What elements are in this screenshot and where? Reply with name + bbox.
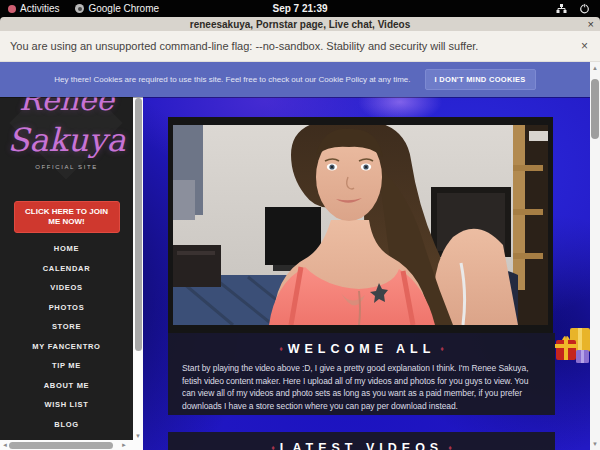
sidebar-vertical-scrollbar[interactable]: ▼ <box>133 97 143 450</box>
webcam-video-frame <box>173 125 548 325</box>
activities-label: Activities <box>20 3 59 14</box>
site-tagline: OFFICIAL SITE <box>0 164 133 170</box>
site-logo-line2: Sakuya <box>0 121 133 159</box>
sidebar-item-home[interactable]: HOME <box>0 239 133 259</box>
activities-button[interactable]: Activities <box>0 0 67 17</box>
welcome-text: Start by playing the video above :D, I g… <box>182 362 541 412</box>
cookie-notice-bar: Hey there! Cookies are required to use t… <box>0 62 590 97</box>
sidebar-item-store[interactable]: STORE <box>0 317 133 337</box>
welcome-title: WELCOME ALL <box>288 342 436 356</box>
gifts-icon <box>554 326 592 372</box>
window-title: reneesakuya, Pornstar page, Live chat, V… <box>0 19 600 30</box>
gnome-top-bar: Activities Google Chrome Sep 7 21:39 <box>0 0 600 17</box>
cookie-message: Hey there! Cookies are required to use t… <box>54 75 410 84</box>
scroll-up-arrow-icon[interactable]: ▲ <box>590 65 600 71</box>
diamond-icon: ♦ <box>443 444 457 450</box>
sidebar-item-videos[interactable]: VIDEOS <box>0 278 133 298</box>
chrome-title-bar: reneesakuya, Pornstar page, Live chat, V… <box>0 17 600 31</box>
infobar-close-icon[interactable]: × <box>581 39 588 53</box>
latest-videos-section: ♦LATEST VIDEOS♦ <box>168 432 555 450</box>
power-icon[interactable] <box>579 3 590 14</box>
join-now-button[interactable]: CLICK HERE TO JOIN ME NOW! <box>14 201 120 233</box>
sidebar-item-my-fancentro[interactable]: MY FANCENTRO <box>0 337 133 357</box>
scroll-down-arrow-icon[interactable]: ▼ <box>133 433 143 439</box>
sidebar-item-calendar[interactable]: CALENDAR <box>0 259 133 279</box>
gift-tip-widget[interactable] <box>554 326 592 372</box>
scroll-down-arrow-icon[interactable]: ▼ <box>590 441 600 447</box>
scroll-left-arrow-icon[interactable]: ◄ <box>2 442 8 448</box>
cookie-accept-button[interactable]: I DON'T MIND COOKIES <box>425 69 536 90</box>
page-scroll-thumb[interactable] <box>591 79 599 139</box>
diamond-icon: ♦ <box>435 345 449 352</box>
browser-viewport: Hey there! Cookies are required to use t… <box>0 62 600 450</box>
welcome-heading: ♦WELCOME ALL♦ <box>168 333 555 356</box>
window-close-icon[interactable]: × <box>588 17 594 31</box>
network-icon[interactable] <box>556 3 567 14</box>
sidebar-horizontal-scrollbar[interactable]: ◄ ► <box>0 440 143 450</box>
sidebar: Renee Sakuya OFFICIAL SITE CLICK HERE TO… <box>0 97 133 440</box>
sidebar-item-wish-list[interactable]: WISH LIST <box>0 395 133 415</box>
sidebar-item-tip-me[interactable]: TIP ME <box>0 356 133 376</box>
latest-videos-title: LATEST VIDEOS <box>280 441 443 450</box>
site-logo-line1: Renee <box>0 97 133 116</box>
diamond-icon: ♦ <box>274 345 288 352</box>
scroll-right-arrow-icon[interactable]: ► <box>121 442 127 448</box>
app-menu-label: Google Chrome <box>88 3 159 14</box>
latest-videos-heading: ♦LATEST VIDEOS♦ <box>168 432 555 450</box>
sidebar-item-blog[interactable]: BLOG <box>0 415 133 435</box>
intro-video-player[interactable] <box>168 117 553 333</box>
app-menu-button[interactable]: Google Chrome <box>67 0 167 17</box>
welcome-section: ♦WELCOME ALL♦ Start by playing the video… <box>168 333 555 415</box>
sidebar-item-photos[interactable]: PHOTOS <box>0 298 133 318</box>
diamond-icon: ♦ <box>266 444 280 450</box>
page-scrollbar[interactable]: ▲ ▼ <box>590 62 600 450</box>
sidebar-nav: HOME CALENDAR VIDEOS PHOTOS STORE MY FAN… <box>0 239 133 434</box>
infobar-message: You are using an unsupported command-lin… <box>0 40 478 52</box>
sidebar-hscroll-thumb[interactable] <box>9 442 113 449</box>
chrome-icon <box>75 4 84 13</box>
chrome-infobar: You are using an unsupported command-lin… <box>0 31 600 62</box>
activities-icon <box>8 5 16 13</box>
sidebar-item-about-me[interactable]: ABOUT ME <box>0 376 133 396</box>
sidebar-frame: Renee Sakuya OFFICIAL SITE CLICK HERE TO… <box>0 97 143 450</box>
sidebar-vscroll-thumb[interactable] <box>135 98 142 351</box>
